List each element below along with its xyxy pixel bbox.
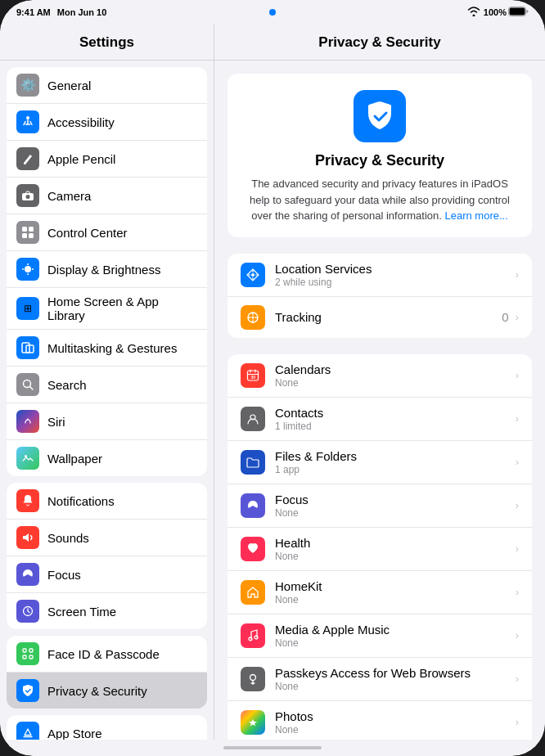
files-folders-content: Files & Folders 1 app — [275, 449, 512, 475]
sidebar-group-1: ⚙️ General Accessibility Apple Pencil — [7, 67, 207, 476]
sidebar-label-sounds: Sounds — [47, 531, 89, 545]
tracking-right: 0 › — [502, 310, 519, 324]
tracking-content: Tracking — [275, 310, 502, 324]
battery-indicator: 100% — [484, 7, 529, 18]
calendars-icon: 30 — [241, 363, 265, 388]
files-folders-row[interactable]: Files & Folders 1 app › — [227, 441, 532, 484]
sidebar-label-face-id: Face ID & Passcode — [47, 647, 160, 661]
location-services-right: › — [512, 268, 519, 281]
svg-rect-1 — [510, 8, 525, 16]
main-panel: Privacy & Security Privacy & Security Th… — [214, 25, 545, 740]
media-music-subtitle: None — [275, 637, 512, 649]
hero-icon — [354, 90, 406, 142]
calendars-content: Calendars None — [275, 362, 512, 389]
sidebar-item-home-screen[interactable]: ⊞ Home Screen & App Library — [7, 288, 207, 330]
face-id-icon — [16, 642, 39, 665]
media-music-right: › — [512, 629, 519, 641]
focus-row[interactable]: Focus None › — [227, 484, 532, 528]
location-services-content: Location Services 2 while using — [275, 262, 512, 288]
media-music-title: Media & Apple Music — [275, 623, 512, 637]
sidebar-item-search[interactable]: Search — [7, 367, 207, 403]
status-date: Mon Jun 10 — [57, 7, 107, 17]
svg-rect-22 — [29, 649, 33, 652]
sidebar-group-4: App Store Game Center iCloud — [7, 715, 207, 740]
sidebar-item-privacy[interactable]: Privacy & Security — [7, 673, 207, 709]
sidebar-label-apple-pencil: Apple Pencil — [47, 152, 115, 166]
calendars-row[interactable]: 30 Calendars None › — [227, 354, 532, 398]
homekit-content: HomeKit None — [275, 579, 512, 605]
media-music-icon — [241, 623, 265, 648]
sidebar-item-focus[interactable]: Focus — [7, 556, 207, 593]
media-music-chevron: › — [516, 629, 519, 641]
main-content: Settings ⚙️ General Accessibility — [0, 25, 545, 740]
calendars-chevron: › — [516, 369, 519, 381]
status-bar-left: 9:41 AM Mon Jun 10 — [16, 7, 106, 17]
homekit-right: › — [512, 586, 519, 598]
home-indicator — [0, 740, 545, 756]
svg-point-54 — [250, 674, 256, 680]
battery-label: 100% — [484, 7, 507, 17]
health-row[interactable]: Health None › — [227, 528, 532, 571]
health-title: Health — [275, 536, 512, 550]
hero-card: Privacy & Security The advanced security… — [227, 74, 532, 237]
sidebar-scroll[interactable]: ⚙️ General Accessibility Apple Pencil — [0, 61, 214, 740]
main-panel-title: Privacy & Security — [214, 25, 545, 61]
sidebar-item-multitasking[interactable]: Multitasking & Gestures — [7, 330, 207, 367]
tracking-title: Tracking — [275, 310, 502, 324]
control-center-icon — [16, 221, 39, 244]
notifications-icon — [16, 489, 39, 512]
svg-point-53 — [254, 636, 258, 639]
location-services-title: Location Services — [275, 262, 512, 276]
photos-content: Photos None — [275, 709, 512, 736]
sidebar-item-general[interactable]: ⚙️ General — [7, 67, 207, 104]
sounds-icon — [16, 526, 39, 549]
passkeys-subtitle: None — [275, 681, 512, 692]
homekit-row[interactable]: HomeKit None › — [227, 571, 532, 614]
contacts-row[interactable]: Contacts 1 limited › — [227, 398, 532, 441]
tracking-row[interactable]: Tracking 0 › — [227, 297, 532, 338]
learn-more-link[interactable]: Learn more... — [444, 209, 507, 222]
sidebar-item-app-store[interactable]: App Store — [7, 715, 207, 740]
main-scroll[interactable]: Privacy & Security The advanced security… — [214, 61, 545, 740]
sidebar-label-general: General — [47, 79, 91, 92]
photos-title: Photos — [275, 709, 512, 723]
sidebar-label-app-store: App Store — [47, 727, 102, 740]
photos-right: › — [512, 716, 519, 728]
sidebar-item-accessibility[interactable]: Accessibility — [7, 104, 207, 141]
sidebar-item-screen-time[interactable]: Screen Time — [7, 593, 207, 629]
svg-point-19 — [25, 455, 27, 457]
sidebar-item-notifications[interactable]: Notifications — [7, 483, 207, 520]
hero-title: Privacy & Security — [244, 152, 516, 169]
sidebar-item-sounds[interactable]: Sounds — [7, 520, 207, 556]
sidebar-item-display[interactable]: Display & Brightness — [7, 251, 207, 288]
homekit-subtitle: None — [275, 594, 512, 605]
tracking-icon — [241, 305, 265, 330]
homekit-chevron: › — [516, 586, 519, 598]
tracking-badge: 0 — [502, 310, 508, 324]
contacts-icon — [241, 407, 265, 431]
calendars-right: › — [512, 369, 519, 381]
svg-point-9 — [25, 266, 31, 272]
battery-icon — [508, 7, 529, 18]
photos-row[interactable]: Photos None › — [227, 701, 532, 740]
sidebar-label-display: Display & Brightness — [47, 263, 160, 277]
wallpaper-icon — [16, 447, 39, 470]
sidebar-label-camera: Camera — [47, 189, 91, 203]
svg-text:30: 30 — [251, 375, 256, 380]
sidebar-item-apple-pencil[interactable]: Apple Pencil — [7, 141, 207, 178]
contacts-content: Contacts 1 limited — [275, 406, 512, 432]
passkeys-row[interactable]: Passkeys Access for Web Browsers None › — [227, 658, 532, 701]
media-music-row[interactable]: Media & Apple Music None › — [227, 614, 532, 658]
sidebar-item-control-center[interactable]: Control Center — [7, 214, 207, 251]
sidebar-label-wallpaper: Wallpaper — [47, 452, 102, 466]
sidebar-item-siri[interactable]: Siri — [7, 403, 207, 440]
sidebar-item-camera[interactable]: Camera — [7, 178, 207, 214]
location-chevron: › — [516, 268, 519, 281]
focus-perm-content: Focus None — [275, 493, 512, 519]
sidebar-item-face-id[interactable]: Face ID & Passcode — [7, 636, 207, 673]
device-frame: 9:41 AM Mon Jun 10 100% — [0, 0, 545, 756]
sidebar-label-search: Search — [47, 378, 87, 392]
location-services-subtitle: 2 while using — [275, 277, 512, 288]
location-services-row[interactable]: Location Services 2 while using › — [227, 254, 532, 297]
sidebar-item-wallpaper[interactable]: Wallpaper — [7, 440, 207, 476]
